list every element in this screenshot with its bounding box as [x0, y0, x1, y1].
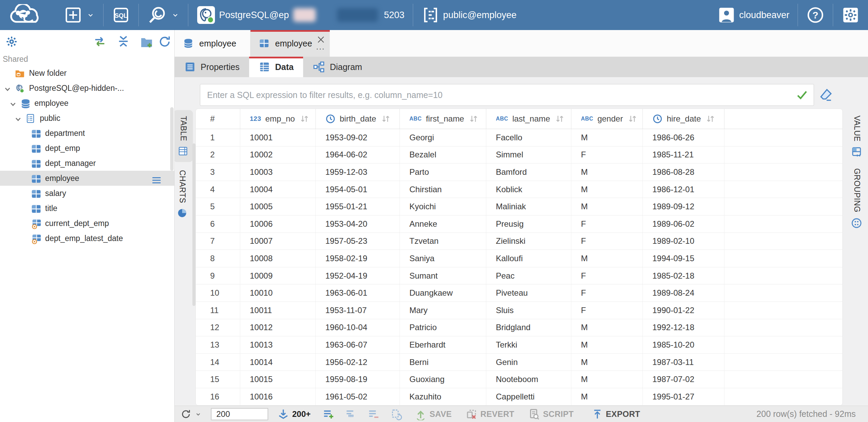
sort-icon[interactable]: [554, 114, 565, 124]
grid-cell[interactable]: Bridgland: [486, 319, 571, 336]
grid-cell[interactable]: Sumant: [400, 267, 486, 284]
grid-cell[interactable]: 10014: [240, 354, 316, 371]
grid-cell[interactable]: 10002: [240, 146, 316, 164]
row-number-cell[interactable]: 2: [196, 146, 240, 164]
row-number-cell[interactable]: 8: [196, 250, 240, 267]
presentation-tab-charts[interactable]: CHARTS: [173, 166, 192, 222]
grid-cell[interactable]: Parto: [400, 164, 486, 181]
grid-cell[interactable]: 1953-09-02: [316, 129, 400, 146]
tab-employee-database[interactable]: employee: [175, 30, 250, 57]
link-editor-icon[interactable]: [93, 35, 107, 48]
grid-cell[interactable]: Duangkaew: [400, 284, 486, 301]
collapse-all-icon[interactable]: [117, 35, 130, 48]
grid-cell[interactable]: 10005: [240, 198, 316, 215]
grid-cell[interactable]: 1989-06-02: [643, 215, 724, 233]
grid-cell[interactable]: M: [571, 354, 643, 371]
tree-item-title[interactable]: title: [0, 201, 174, 216]
tree-item-new-folder[interactable]: New folder: [0, 66, 174, 81]
sort-icon[interactable]: [299, 114, 310, 124]
tab-data[interactable]: Data: [249, 57, 303, 77]
grid-cell[interactable]: M: [571, 371, 643, 388]
grid-cell[interactable]: 1985-11-21: [643, 146, 724, 164]
sort-icon[interactable]: [627, 114, 638, 124]
grid-cell[interactable]: 10015: [240, 371, 316, 388]
row-number-column-header[interactable]: #: [196, 109, 240, 129]
grid-cell[interactable]: 10003: [240, 164, 316, 181]
grid-cell[interactable]: M: [571, 250, 643, 267]
fetch-size-input[interactable]: [211, 408, 268, 420]
grid-cell[interactable]: 10011: [240, 302, 316, 319]
grid-cell[interactable]: 1953-11-07: [316, 302, 400, 319]
grid-cell[interactable]: 10013: [240, 336, 316, 353]
tab-diagram[interactable]: Diagram: [303, 57, 371, 77]
row-number-cell[interactable]: 14: [196, 354, 240, 371]
grid-cell[interactable]: 10016: [240, 388, 316, 405]
presentation-tab-table[interactable]: TABLE: [174, 110, 193, 162]
grid-cell[interactable]: Preusig: [486, 215, 571, 233]
grid-cell[interactable]: 1986-12-01: [643, 181, 724, 198]
grid-cell[interactable]: 10007: [240, 233, 316, 250]
grid-cell[interactable]: Piveteau: [486, 284, 571, 301]
grid-cell[interactable]: 10008: [240, 250, 316, 267]
grid-cell[interactable]: 10001: [240, 129, 316, 146]
grid-cell[interactable]: 1986-06-26: [643, 129, 724, 146]
tree-item-dept-emp[interactable]: dept_emp: [0, 141, 174, 156]
script-button[interactable]: SCRIPT: [528, 408, 574, 420]
grid-cell[interactable]: 1955-01-21: [316, 198, 400, 215]
tree-item-employee[interactable]: employee: [0, 171, 174, 186]
sql-filter-input[interactable]: [200, 90, 795, 100]
grid-cell[interactable]: 1952-04-19: [316, 267, 400, 284]
grid-cell[interactable]: Zielinski: [486, 233, 571, 250]
tree-item-menu-icon[interactable]: [150, 174, 163, 186]
driver-manager-button[interactable]: [142, 0, 185, 30]
tree-item-dept-emp-latest-date[interactable]: dept_emp_latest_date: [0, 231, 174, 246]
sort-icon[interactable]: [468, 114, 479, 124]
grid-cell[interactable]: 1989-09-12: [643, 198, 724, 215]
grid-cell[interactable]: Kazuhito: [400, 388, 486, 405]
grid-cell[interactable]: 10009: [240, 267, 316, 284]
chevron-down-icon[interactable]: [2, 84, 13, 94]
grid-cell[interactable]: Bamford: [486, 164, 571, 181]
grid-cell[interactable]: M: [571, 164, 643, 181]
grid-cell[interactable]: Koblick: [486, 181, 571, 198]
export-button[interactable]: EXPORT: [592, 408, 640, 420]
grid-cell[interactable]: Bezalel: [400, 146, 486, 164]
grid-cell[interactable]: Guoxiang: [400, 371, 486, 388]
grid-cell[interactable]: 1963-06-07: [316, 336, 400, 353]
grid-cell[interactable]: 1987-03-11: [643, 354, 724, 371]
refresh-icon[interactable]: [158, 35, 172, 48]
new-folder-icon[interactable]: [139, 35, 154, 49]
grid-cell[interactable]: 1954-05-01: [316, 181, 400, 198]
grid-cell[interactable]: 10004: [240, 181, 316, 198]
grid-cell[interactable]: Terkki: [486, 336, 571, 353]
grid-cell[interactable]: 1957-05-23: [316, 233, 400, 250]
tree-item-postgresql-ep-hidden-[interactable]: PostgreSQL@ep-hidden-...: [0, 81, 174, 96]
grid-cell[interactable]: Anneke: [400, 215, 486, 233]
grid-cell[interactable]: 1994-09-15: [643, 250, 724, 267]
grid-cell[interactable]: 1960-10-04: [316, 319, 400, 336]
grid-cell[interactable]: 10006: [240, 215, 316, 233]
user-menu[interactable]: cloudbeaver: [713, 0, 794, 30]
grid-cell[interactable]: Patricio: [400, 319, 486, 336]
cloudbeaver-logo[interactable]: [0, 4, 59, 26]
apply-changes-button[interactable]: [390, 408, 402, 420]
grid-cell[interactable]: Eberhardt: [400, 336, 486, 353]
load-more-button[interactable]: 200+: [277, 408, 311, 420]
sidebar-scrollbar[interactable]: [170, 107, 174, 171]
chevron-down-icon[interactable]: [13, 114, 23, 124]
tab-properties[interactable]: Properties: [175, 57, 249, 77]
sort-icon[interactable]: [380, 114, 391, 124]
grid-cell[interactable]: M: [571, 129, 643, 146]
row-number-cell[interactable]: 9: [196, 267, 240, 284]
grid-cell[interactable]: 1987-07-02: [643, 371, 724, 388]
tree-item-current-dept-emp[interactable]: current_dept_emp: [0, 216, 174, 231]
tree-item-salary[interactable]: salary: [0, 186, 174, 201]
tree-item-dept-manager[interactable]: dept_manager: [0, 156, 174, 171]
clear-filter-icon[interactable]: [818, 87, 833, 102]
row-number-cell[interactable]: 7: [196, 233, 240, 250]
grid-cell[interactable]: M: [571, 336, 643, 353]
grid-cell[interactable]: 10010: [240, 284, 316, 301]
row-number-cell[interactable]: 3: [196, 164, 240, 181]
grid-cell[interactable]: Kalloufi: [486, 250, 571, 267]
settings-gear-icon[interactable]: [5, 35, 18, 48]
